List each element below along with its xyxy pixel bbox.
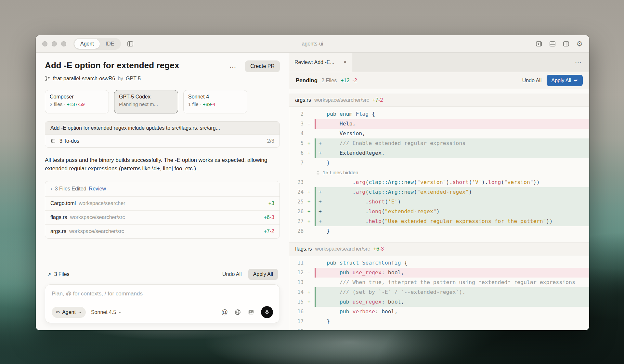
expand-arrow-icon: ↗: [47, 271, 51, 278]
task-more-button[interactable]: ⋯: [229, 63, 237, 71]
settings-gear-icon[interactable]: ⚙: [576, 40, 583, 47]
close-tab-icon[interactable]: ×: [343, 59, 347, 66]
review-deletions: -2: [352, 78, 357, 84]
app-window: Agent IDE agents-ui: [36, 35, 589, 330]
review-undo-all-button[interactable]: Undo All: [522, 78, 542, 84]
tab-ide[interactable]: IDE: [100, 39, 120, 49]
hidden-lines-expander[interactable]: 15 Lines hidden: [289, 168, 589, 177]
agent-card-composer[interactable]: Composer 2 files·+137-59: [45, 90, 109, 113]
infinity-icon: ∞: [56, 309, 60, 316]
composer-input-card[interactable]: Plan, @ for contexts, / for commands ∞ A…: [45, 284, 280, 323]
diff-line: 2pub enum Flag {: [289, 109, 589, 119]
review-link[interactable]: Review: [89, 186, 106, 192]
agent-card-sonnet4[interactable]: Sonnet 4 1 file·+89-4: [183, 90, 247, 113]
review-tab-label: Review: Add -E...: [294, 59, 334, 65]
sidebar-toggle-icon[interactable]: [127, 40, 134, 47]
diff-line: 15+ pub use_regex: bool,: [289, 297, 589, 307]
review-tab[interactable]: Review: Add -E... ×: [289, 53, 352, 72]
chevron-down-icon: [118, 310, 122, 314]
apply-bar: ↗ 3 Files Undo All Apply All: [45, 269, 280, 284]
files-edited-card: › 3 Files Edited Review Cargo.tomlworksp…: [45, 181, 280, 239]
code-text: }: [327, 158, 330, 168]
todos-row[interactable]: 3 To-dos 2/3: [45, 135, 280, 147]
diff-line: 6++ ExtendedRegex,: [289, 148, 589, 158]
code-text: }: [327, 317, 330, 326]
minimize-window-button[interactable]: [52, 41, 57, 46]
titlebar-actions: ⚙: [535, 40, 583, 47]
todo-list-icon: [50, 138, 56, 144]
review-status: Pending: [296, 77, 318, 84]
diff-line: 28}: [289, 226, 589, 236]
mode-switcher: Agent IDE: [73, 38, 121, 50]
review-tabbar: Review: Add -E... × ⋯: [289, 53, 589, 72]
diff-file-header[interactable]: flags.rs workspace/searcher/src +6-3: [289, 242, 589, 255]
review-actionbar: Pending 2 Files +12 -2 Undo All Apply Al…: [289, 72, 589, 89]
tab-agent[interactable]: Agent: [74, 39, 100, 49]
right-panel-icon[interactable]: [563, 40, 570, 47]
review-more-button[interactable]: ⋯: [575, 58, 589, 66]
file-row[interactable]: flags.rsworkspace/searcher/src +6-3: [45, 210, 280, 224]
by-label: by: [118, 76, 123, 82]
task-title: Add -E option for extended regex: [45, 60, 179, 71]
diff-line: 14+ /// (set by `-E` / `--extended-regex…: [289, 287, 589, 297]
agent-message: All tests pass and the binary builds suc…: [45, 156, 280, 173]
collapse-left-panel-icon[interactable]: [535, 40, 542, 47]
file-row[interactable]: Cargo.tomlworkspace/searcher +3: [45, 196, 280, 210]
diff-line: 16 pub verbose: bool,: [289, 307, 589, 317]
task-summary-text[interactable]: Add -E option for extended regex include…: [45, 122, 280, 135]
apply-all-button[interactable]: Apply All: [248, 269, 278, 280]
files-edited-label: 3 Files Edited: [55, 186, 86, 192]
model-label: Sonnet 4.5: [91, 309, 116, 315]
diff-section-args: args.rs workspace/searcher/src +7-2 2pub…: [289, 94, 589, 238]
review-panel: Review: Add -E... × ⋯ Pending 2 Files +1…: [289, 53, 589, 330]
agent-mode-dropdown[interactable]: ∞ Agent: [52, 307, 86, 318]
file-row[interactable]: args.rsworkspace/searcher/src +7-2: [45, 224, 280, 238]
close-window-button[interactable]: [42, 41, 47, 46]
voice-input-button[interactable]: [261, 306, 273, 318]
window-controls: [42, 41, 66, 46]
bottom-panel-icon[interactable]: [549, 40, 556, 47]
code-text: pub enum Flag {: [327, 109, 375, 119]
code-text: pub use_regex: bool,: [327, 268, 404, 278]
code-text: .arg(clap::Arg::new("version").short('V'…: [327, 177, 540, 187]
image-icon[interactable]: [248, 309, 254, 316]
diff-line: 4 Version,: [289, 129, 589, 138]
diff-line: 5++ /// Enable extended regular expressi…: [289, 138, 589, 148]
agent-card-gpt5-codex[interactable]: GPT-5 Codex Planning next m...: [114, 90, 178, 113]
diff-line: 7}: [289, 158, 589, 168]
task-summary-box: Add -E option for extended regex include…: [45, 121, 280, 148]
diff-line: 27++ .help("Use extended regular express…: [289, 216, 589, 226]
diff-line: 26++ .long("extended-regex"): [289, 207, 589, 216]
create-pr-button[interactable]: Create PR: [245, 60, 280, 72]
model-dropdown[interactable]: Sonnet 4.5: [91, 309, 122, 315]
composer-placeholder[interactable]: Plan, @ for contexts, / for commands: [52, 291, 273, 297]
review-apply-all-button[interactable]: Apply All↵: [547, 75, 583, 86]
code-text: /// (set by `-E` / `--extended-regex`).: [327, 287, 465, 297]
mention-icon[interactable]: @: [221, 308, 228, 316]
diff-line: 11pub struct SearchConfig {: [289, 258, 589, 268]
files-edited-header[interactable]: › 3 Files Edited Review: [45, 181, 280, 196]
diff-line: 17}: [289, 317, 589, 326]
files-count-label[interactable]: 3 Files: [54, 271, 69, 277]
agent-card-status: Planning next m...: [119, 101, 173, 107]
code-text: /// When true, interpret the pattern usi…: [327, 278, 575, 287]
branch-name[interactable]: feat-parallel-search-oswR6: [53, 76, 115, 82]
code-text: ExtendedRegex,: [327, 148, 385, 158]
diff-scroll-area[interactable]: args.rs workspace/searcher/src +7-2 2pub…: [289, 89, 589, 330]
diff-line: 12- pub use_regex: bool,: [289, 268, 589, 278]
diff-file-header[interactable]: args.rs workspace/searcher/src +7-2: [289, 94, 589, 107]
diff-line: 25++ .short('E'): [289, 197, 589, 207]
code-text: .long("extended-regex"): [327, 207, 440, 216]
todos-progress: 2/3: [267, 138, 274, 144]
zoom-window-button[interactable]: [61, 41, 66, 46]
code-text: pub verbose: bool,: [327, 307, 398, 317]
diff-line: 24++ .arg(clap::Arg::new("extended-regex…: [289, 187, 589, 197]
author-model: GPT 5: [126, 76, 141, 82]
code-text: Help,: [327, 119, 356, 129]
undo-all-button[interactable]: Undo All: [222, 271, 242, 277]
code-text: .help("Use extended regular expressions …: [327, 216, 552, 226]
todos-label: 3 To-dos: [59, 138, 79, 144]
agent-card-name: GPT-5 Codex: [119, 94, 173, 100]
globe-icon[interactable]: [234, 309, 241, 316]
code-text: pub struct SearchConfig {: [327, 258, 407, 268]
